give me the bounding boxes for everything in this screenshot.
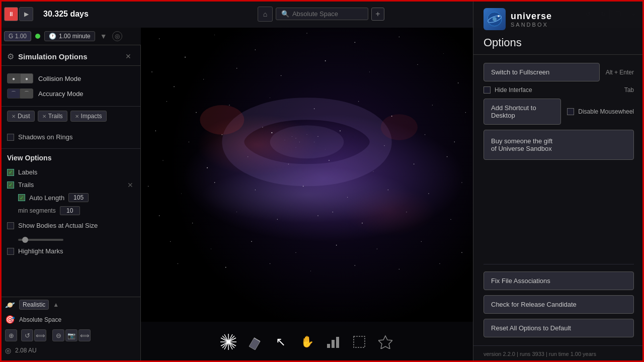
close-panel-button[interactable]: ✕ [123,51,133,61]
rotate-left-button[interactable]: ↺ [21,329,33,341]
svg-point-27 [189,142,189,142]
svg-point-60 [170,241,171,242]
show-bodies-label: Show Bodies at Actual Size [18,222,98,229]
labels-checkbox[interactable]: ✓ [7,169,14,176]
bottom-toolbar: ↖ ✋ [141,322,473,362]
add-shortcut-row: Add Shortcut to Desktop Disable Mousewhe… [484,99,634,125]
svg-point-52 [159,215,160,216]
fix-file-button[interactable]: Fix File Associations [484,272,634,290]
add-button[interactable]: + [371,8,384,21]
view-options: View Options ✓ Labels ✓ Trails ✕ ✓ Auto … [0,149,140,262]
zoom-camera-button[interactable]: 📷 [65,329,77,341]
fullscreen-button[interactable]: Switch to Fullscreen [484,63,600,81]
impacts-tag[interactable]: ✕ Impacts [70,111,107,122]
rendering-dropdown[interactable]: Realistic [19,300,49,310]
home-button[interactable]: ⌂ [258,7,273,22]
play-button[interactable]: ▶ [19,7,33,21]
svg-point-71 [310,271,311,272]
center-controls: ⌂ 🔍 + [258,7,384,22]
chart-tool[interactable] [324,333,342,351]
hide-interface-label: Hide Interface [495,86,532,94]
zoom-row: ⊕ ↺ ⟺ ⊖ 📷 ⟺ [0,327,140,344]
min-segments-label: min segments [18,207,56,214]
trails-clear-button[interactable]: ✕ [127,181,133,189]
camera-icon: 🎯 [5,315,15,324]
search-input[interactable] [292,10,363,18]
shadows-checkbox[interactable] [7,134,14,141]
logo-name: universe [511,11,552,22]
zoom-controls: ⊖ 📷 ⟺ [52,329,91,341]
dust-tag[interactable]: ✕ Dust [7,111,35,122]
auto-length-checkbox[interactable]: ✓ [18,194,25,201]
shadows-row[interactable]: Shadows on Rings [7,131,133,143]
target-tool[interactable] [376,333,394,351]
right-panel: universe SANDBOX Options Switch to Fulls… [473,0,644,362]
speed-value: 1.00 minute [59,33,91,40]
svg-point-5 [355,42,356,43]
eraser-tool[interactable] [246,333,264,351]
min-segments-input[interactable] [60,206,80,215]
trails-view-checkbox[interactable]: ✓ [7,182,14,189]
gear-icon: ⚙ [7,52,14,61]
auto-length-label: Auto Length [29,194,64,202]
highlight-marks-checkbox[interactable] [7,248,14,255]
cursor-tool[interactable]: ↖ [272,333,290,351]
disable-mousewheel-checkbox[interactable] [567,108,574,115]
g-badge[interactable]: G 1.00 [4,31,31,41]
buy-gift-button[interactable]: Buy someone the gift of Universe Sandbox [484,130,634,160]
svg-point-15 [417,64,418,65]
reset-options-button[interactable]: Reset All Options to Default [484,319,634,337]
accuracy-mode-button[interactable]: ⌒ ⌒ Accuracy Mode [7,86,133,101]
logo-sub: SANDBOX [511,22,552,28]
svg-point-74 [439,263,440,264]
selection-icon [352,335,366,349]
svg-point-83 [271,132,272,133]
orbit-target-button[interactable]: ◎ [112,31,122,41]
highlight-marks-row[interactable]: Highlight Marks [7,245,133,257]
camera-arrows-button[interactable]: ⟺ [34,329,46,341]
svg-point-64 [336,245,337,246]
disable-mousewheel-label: Disable Mousewheel [578,108,634,115]
svg-point-58 [406,212,407,212]
svg-point-25 [465,112,466,113]
svg-rect-99 [332,340,335,348]
zoom-extra-button[interactable]: ⟺ [78,329,91,341]
divider [484,264,634,264]
panel-title: Simulation Options [18,52,88,61]
hide-interface-checkbox[interactable] [484,86,491,94]
svg-point-33 [425,134,425,135]
accuracy-toggle: ⌒ ⌒ [7,88,33,99]
zoom-out-button[interactable]: ⊖ [52,329,64,341]
speed-display: 🕐 1.00 minute [44,31,95,41]
view-options-title: View Options [7,154,133,162]
starburst-tool[interactable] [219,333,237,351]
svg-point-42 [447,156,447,157]
options-title: Options [484,36,634,49]
trails-tag[interactable]: ✕ Trails [38,111,67,122]
svg-point-19 [229,105,229,105]
camera-row: 🎯 Absolute Space [0,312,140,327]
show-bodies-row[interactable]: Show Bodies at Actual Size [7,219,133,232]
svg-point-51 [461,182,462,183]
add-shortcut-button[interactable]: Add Shortcut to Desktop [484,99,561,125]
size-slider[interactable] [18,239,63,241]
min-segments-row: min segments [7,204,133,217]
svg-rect-101 [354,336,365,347]
svg-point-16 [458,82,458,83]
collision-mode-button[interactable]: ● ● Collision Mode [7,71,133,86]
auto-length-input[interactable] [68,193,89,202]
zoom-in-button[interactable]: ⊕ [5,329,17,341]
speed-dropdown-button[interactable]: ▼ [99,32,108,41]
show-bodies-checkbox[interactable] [7,222,14,229]
hand-tool[interactable]: ✋ [298,333,316,351]
svg-point-20 [270,98,270,98]
svg-point-34 [454,142,455,142]
check-release-button[interactable]: Check for Release Candidate [484,295,634,314]
trails-view-label: Trails [18,181,34,189]
labels-row[interactable]: ✓ Labels [7,166,133,178]
trails-view-row[interactable]: ✓ Trails [7,178,127,191]
pause-button[interactable]: ⏸ [4,7,18,21]
svg-point-4 [306,33,307,33]
selection-tool[interactable] [350,333,368,351]
svg-point-57 [362,223,363,224]
